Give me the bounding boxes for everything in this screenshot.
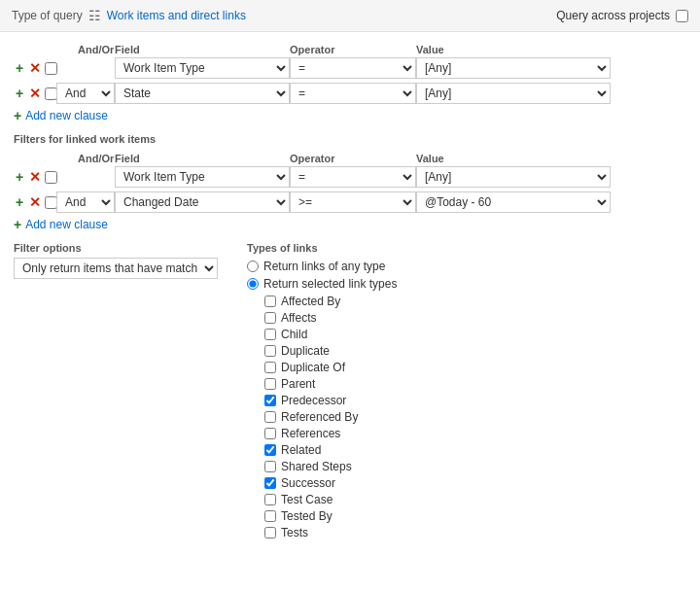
linked-row-1-field-select[interactable]: Work Item Type State Changed Date — [115, 166, 290, 188]
filter-types-section: Filter options Only return items that ha… — [14, 242, 686, 542]
header-field: Field — [115, 44, 290, 55]
header-andor: And/Or — [56, 44, 115, 55]
linked-grid-header: And/Or Field Operator Value — [14, 151, 686, 166]
linked-row-2: + ✕ And Or Changed Date Work Item Type S… — [14, 191, 686, 213]
header-operator: Operator — [290, 44, 416, 55]
linked-section-label: Filters for linked work items — [14, 133, 686, 145]
link-type-cb-shared-steps[interactable] — [264, 461, 276, 472]
link-type-cb-duplicate-of[interactable] — [264, 362, 276, 373]
link-type-cb-successor[interactable] — [264, 477, 276, 489]
query-type-icon: ☷ — [88, 8, 101, 23]
main-row-1: + ✕ Work Item Type State Changed Date Ti… — [14, 57, 686, 79]
radio-return-any-label: Return links of any type — [263, 260, 385, 273]
main-grid-header: And/Or Field Operator Value — [14, 42, 686, 57]
linked-row-2-remove[interactable]: ✕ — [27, 195, 43, 209]
link-type-label: Child — [281, 328, 307, 341]
link-type-checkbox-row: Test Case — [264, 493, 686, 506]
link-type-checkbox-row: Related — [264, 443, 686, 457]
link-type-label: Duplicate — [281, 344, 330, 358]
main-row-2-field-select[interactable]: State Work Item Type Changed Date Title — [115, 83, 290, 104]
filter-options-panel: Filter options Only return items that ha… — [14, 242, 228, 542]
linked-row-2-andor-select[interactable]: And Or — [56, 191, 115, 213]
radio-return-selected-input[interactable] — [247, 278, 259, 290]
main-row-2-operator-select[interactable]: = <> > — [290, 83, 416, 104]
main-row-1-add[interactable]: + — [14, 61, 25, 75]
link-type-label: References — [281, 427, 340, 440]
linked-row-2-operator-select[interactable]: >= = <> > < — [290, 191, 416, 213]
main-row-2-actions: + ✕ — [14, 87, 56, 100]
link-type-label: Affects — [281, 311, 316, 325]
main-row-1-remove[interactable]: ✕ — [27, 61, 43, 75]
link-type-checkbox-row: Duplicate — [264, 344, 686, 358]
linked-header-operator: Operator — [290, 153, 416, 164]
linked-row-1-value-select[interactable]: [Any] Bug Task — [416, 166, 611, 188]
linked-header-field: Field — [115, 153, 290, 164]
link-type-cb-referenced-by[interactable] — [264, 411, 276, 423]
linked-row-2-add[interactable]: + — [14, 195, 25, 209]
radio-return-any: Return links of any type — [247, 260, 686, 273]
types-of-links-panel: Types of links Return links of any type … — [247, 242, 686, 542]
main-row-2: + ✕ And Or State Work Item Type Changed … — [14, 83, 686, 104]
linked-header-andor: And/Or — [56, 153, 115, 164]
link-type-cb-duplicate[interactable] — [264, 345, 276, 357]
query-across-projects-checkbox[interactable] — [676, 10, 688, 22]
link-type-label: Referenced By — [281, 410, 358, 424]
link-type-checkbox-row: Duplicate Of — [264, 361, 686, 374]
main-row-2-value-select[interactable]: [Any] Active Resolved Closed — [416, 83, 611, 104]
link-type-label: Predecessor — [281, 394, 346, 407]
link-type-cb-parent[interactable] — [264, 378, 276, 390]
linked-row-2-field-select[interactable]: Changed Date Work Item Type State — [115, 191, 290, 213]
main-row-2-remove[interactable]: ✕ — [27, 87, 43, 100]
query-type-label: Type of query — [12, 9, 83, 22]
link-type-label: Parent — [281, 377, 315, 391]
main-row-1-operator-select[interactable]: = <> > < >= — [290, 57, 416, 79]
link-type-cb-tested-by[interactable] — [264, 510, 276, 522]
linked-row-1-checkbox[interactable] — [45, 171, 57, 184]
link-type-checkbox-row: Parent — [264, 377, 686, 391]
linked-row-1-operator-select[interactable]: = <> > — [290, 166, 416, 188]
linked-row-2-actions: + ✕ — [14, 195, 56, 209]
link-type-label: Successor — [281, 476, 335, 490]
main-add-clause[interactable]: + Add new clause — [14, 108, 686, 123]
header-value: Value — [416, 44, 611, 55]
link-type-checkbox-row: Tests — [264, 526, 686, 539]
link-type-checkbox-row: Tested By — [264, 509, 686, 523]
link-type-checkbox-row: Predecessor — [264, 394, 686, 407]
radio-return-selected: Return selected link types — [247, 277, 686, 291]
main-row-2-andor-select[interactable]: And Or — [56, 83, 115, 104]
query-across-projects-label: Query across projects — [556, 9, 670, 22]
linked-add-plus-icon: + — [14, 217, 21, 232]
main-row-1-field-select[interactable]: Work Item Type State Changed Date Title … — [115, 57, 290, 79]
linked-row-1-add[interactable]: + — [14, 170, 25, 184]
radio-return-any-input[interactable] — [247, 261, 259, 272]
filter-options-label: Filter options — [14, 242, 228, 254]
link-type-checkbox-row: Affects — [264, 311, 686, 325]
link-type-cb-test-case[interactable] — [264, 494, 276, 505]
link-type-cb-tests[interactable] — [264, 527, 276, 539]
linked-row-2-value-select[interactable]: @Today - 60 @Today @Today - 7 @Today - 3… — [416, 191, 611, 213]
linked-add-clause[interactable]: + Add new clause — [14, 217, 686, 232]
main-filter-section: And/Or Field Operator Value + ✕ Work Ite… — [14, 42, 686, 123]
link-type-cb-affects[interactable] — [264, 312, 276, 324]
link-type-cb-related[interactable] — [264, 444, 276, 456]
link-type-cb-child[interactable] — [264, 329, 276, 340]
link-type-checkbox-row: Child — [264, 328, 686, 341]
filter-options-select[interactable]: Only return items that have matching lin… — [14, 258, 218, 279]
main-row-2-add[interactable]: + — [14, 87, 25, 100]
link-type-cb-predecessor[interactable] — [264, 395, 276, 406]
linked-header-value: Value — [416, 153, 611, 164]
linked-row-1-actions: + ✕ — [14, 170, 56, 184]
linked-row-1-remove[interactable]: ✕ — [27, 170, 43, 184]
link-type-label: Test Case — [281, 493, 332, 506]
linked-add-clause-link[interactable]: Add new clause — [25, 218, 108, 231]
query-type-link[interactable]: Work items and direct links — [107, 9, 246, 22]
main-add-plus-icon: + — [14, 108, 21, 123]
link-type-cb-affected-by[interactable] — [264, 296, 276, 307]
link-type-checkbox-row: References — [264, 427, 686, 440]
top-bar: Type of query ☷ Work items and direct li… — [0, 0, 700, 32]
main-row-1-value-select[interactable]: [Any] Bug Task User Story — [416, 57, 611, 79]
main-row-1-checkbox[interactable] — [45, 62, 57, 75]
link-type-label: Duplicate Of — [281, 361, 345, 374]
link-type-cb-references[interactable] — [264, 428, 276, 439]
main-add-clause-link[interactable]: Add new clause — [25, 109, 108, 122]
